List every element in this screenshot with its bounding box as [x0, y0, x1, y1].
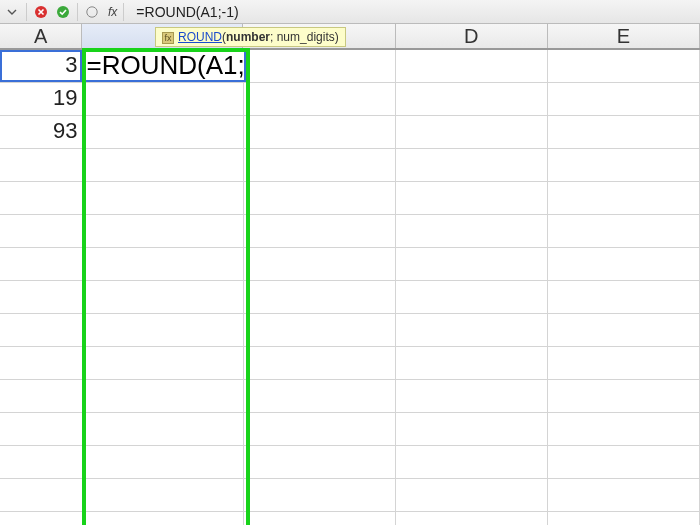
cell[interactable]	[548, 479, 700, 511]
cell[interactable]	[548, 248, 700, 280]
cell[interactable]	[396, 215, 548, 247]
cell[interactable]	[83, 182, 244, 214]
svg-point-1	[57, 6, 69, 18]
cell[interactable]	[396, 281, 548, 313]
row-3: 93	[0, 116, 700, 149]
cell[interactable]	[396, 413, 548, 445]
cell[interactable]	[83, 512, 244, 525]
cell-a2[interactable]: 19	[0, 83, 83, 115]
cell[interactable]	[244, 281, 396, 313]
cell[interactable]	[396, 479, 548, 511]
cell-b3[interactable]	[83, 116, 244, 148]
cell[interactable]	[244, 380, 396, 412]
row-2: 19	[0, 83, 700, 116]
cell[interactable]	[548, 380, 700, 412]
cell[interactable]	[396, 182, 548, 214]
cell[interactable]	[548, 215, 700, 247]
cell[interactable]	[244, 182, 396, 214]
row-11	[0, 380, 700, 413]
cell-c1[interactable]	[244, 50, 396, 82]
row-8	[0, 281, 700, 314]
cell[interactable]	[548, 149, 700, 181]
cell-e1[interactable]	[548, 50, 700, 82]
tooltip-arg-number: number	[226, 30, 270, 44]
cell[interactable]	[244, 215, 396, 247]
cell[interactable]	[244, 512, 396, 525]
row-15	[0, 512, 700, 525]
tooltip-arg-numdigits: num_digits	[277, 30, 335, 44]
cell[interactable]	[83, 314, 244, 346]
cell[interactable]	[548, 413, 700, 445]
cell[interactable]	[83, 347, 244, 379]
cell-c2[interactable]	[244, 83, 396, 115]
formula-input[interactable]	[130, 2, 696, 22]
cell[interactable]	[396, 446, 548, 478]
cell[interactable]	[83, 248, 244, 280]
cell[interactable]	[0, 248, 83, 280]
column-header-d[interactable]: D	[396, 24, 548, 48]
cancel-icon[interactable]	[33, 4, 49, 20]
cell-c3[interactable]	[244, 116, 396, 148]
cell[interactable]	[396, 380, 548, 412]
cell[interactable]	[83, 413, 244, 445]
cell[interactable]	[548, 281, 700, 313]
cell[interactable]	[396, 248, 548, 280]
row-5	[0, 182, 700, 215]
fx-label: fx	[108, 5, 117, 19]
cell[interactable]	[396, 347, 548, 379]
cell[interactable]	[0, 314, 83, 346]
cell[interactable]	[244, 446, 396, 478]
cell-b2[interactable]	[83, 83, 244, 115]
cell[interactable]	[244, 479, 396, 511]
cell[interactable]	[83, 446, 244, 478]
function-icon[interactable]	[84, 4, 100, 20]
cell-d1[interactable]	[396, 50, 548, 82]
accept-icon[interactable]	[55, 4, 71, 20]
cell[interactable]	[83, 281, 244, 313]
cell[interactable]	[83, 215, 244, 247]
cell[interactable]	[0, 149, 83, 181]
cell[interactable]	[0, 446, 83, 478]
cell-edit-text: =ROUND(A1;	[87, 50, 247, 81]
rows: 3 =ROUND(A1; 19 93	[0, 50, 700, 525]
dropdown-icon[interactable]	[4, 4, 20, 20]
tooltip-function-link[interactable]: ROUND	[178, 30, 222, 44]
cell[interactable]	[548, 182, 700, 214]
cell[interactable]	[83, 380, 244, 412]
column-header-e[interactable]: E	[548, 24, 700, 48]
spreadsheet-grid[interactable]: A B C D E 3 =ROUND(A1; 19 93	[0, 24, 700, 525]
cell[interactable]	[548, 314, 700, 346]
function-tooltip: fxROUND(number; num_digits)	[155, 27, 346, 47]
cell-e3[interactable]	[548, 116, 700, 148]
cell[interactable]	[0, 281, 83, 313]
cell-e2[interactable]	[548, 83, 700, 115]
cell[interactable]	[244, 413, 396, 445]
cell[interactable]	[0, 413, 83, 445]
cell[interactable]	[548, 446, 700, 478]
cell[interactable]	[0, 215, 83, 247]
cell[interactable]	[396, 149, 548, 181]
cell[interactable]	[548, 347, 700, 379]
cell[interactable]	[396, 512, 548, 525]
divider	[77, 3, 78, 21]
column-header-a[interactable]: A	[0, 24, 82, 48]
cell[interactable]	[244, 314, 396, 346]
cell-d3[interactable]	[396, 116, 548, 148]
cell[interactable]	[396, 314, 548, 346]
cell[interactable]	[244, 248, 396, 280]
cell-d2[interactable]	[396, 83, 548, 115]
cell[interactable]	[244, 149, 396, 181]
cell-b1-editing[interactable]: =ROUND(A1;	[83, 50, 244, 82]
cell[interactable]	[0, 512, 83, 525]
cell[interactable]	[244, 347, 396, 379]
cell[interactable]	[548, 512, 700, 525]
cell[interactable]	[0, 380, 83, 412]
cell[interactable]	[0, 479, 83, 511]
column-header-row: A B C D E	[0, 24, 700, 50]
cell[interactable]	[83, 149, 244, 181]
cell[interactable]	[83, 479, 244, 511]
cell-a3[interactable]: 93	[0, 116, 83, 148]
cell[interactable]	[0, 347, 83, 379]
cell-a1[interactable]: 3	[0, 50, 83, 82]
cell[interactable]	[0, 182, 83, 214]
